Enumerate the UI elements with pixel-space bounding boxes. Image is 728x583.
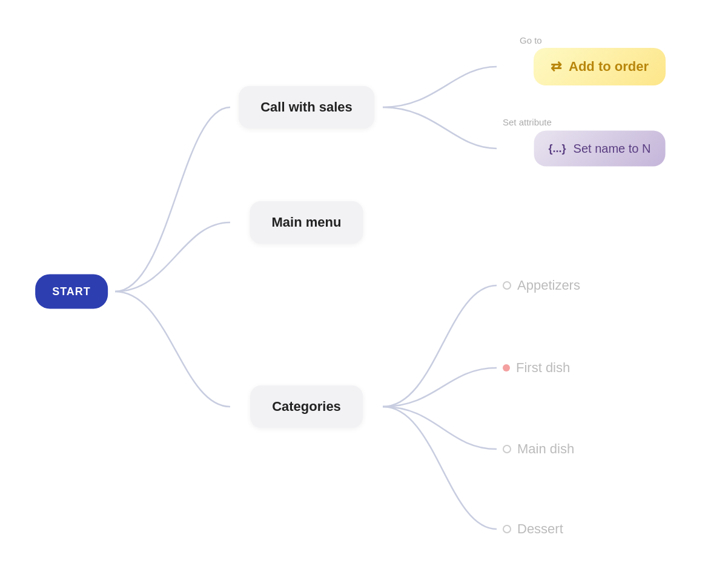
goto-node[interactable]: ⇄ Add to order <box>534 48 666 85</box>
call-with-sales-label: Call with sales <box>260 99 352 115</box>
goto-label: Add to order <box>569 59 649 75</box>
appetizers-label: Appetizers <box>517 278 580 293</box>
goto-section-label: Go to <box>520 35 542 45</box>
dessert-node[interactable]: Dessert <box>503 521 563 537</box>
setattr-section-label: Set attribute <box>503 117 552 127</box>
setattr-node[interactable]: {...} Set name to N <box>534 131 666 167</box>
setattr-label: Set name to N <box>574 142 651 156</box>
main-menu-label: Main menu <box>272 215 342 230</box>
first-dish-dot <box>503 364 510 371</box>
appetizers-node[interactable]: Appetizers <box>503 278 580 293</box>
categories-label: Categories <box>272 399 341 414</box>
main-dish-label: Main dish <box>517 441 574 457</box>
start-label: START <box>52 285 91 298</box>
first-dish-label: First dish <box>516 360 570 376</box>
first-dish-node[interactable]: First dish <box>503 360 570 376</box>
setattr-icon: {...} <box>549 142 566 155</box>
main-dish-node[interactable]: Main dish <box>503 441 574 457</box>
categories-node[interactable]: Categories <box>250 385 363 428</box>
call-with-sales-node[interactable]: Call with sales <box>239 86 374 128</box>
start-node[interactable]: START <box>35 275 108 309</box>
main-dish-circle <box>503 445 511 453</box>
main-menu-node[interactable]: Main menu <box>250 201 363 244</box>
dessert-circle <box>503 525 511 533</box>
dessert-label: Dessert <box>517 521 563 537</box>
appetizers-circle <box>503 281 511 290</box>
goto-icon: ⇄ <box>551 59 561 75</box>
